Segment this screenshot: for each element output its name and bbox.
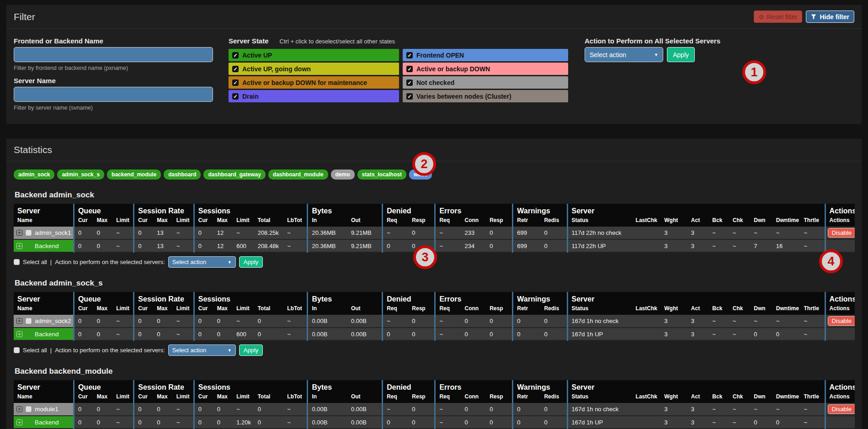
proxy-badge-dashboard[interactable]: dashboard [164,169,201,180]
cell-req: ~ [435,315,461,328]
column-dwntime: Dwntime [772,392,800,403]
row-apply-button[interactable]: Apply [239,344,263,356]
plus-square-icon[interactable] [16,318,22,324]
cell-limit: ~ [112,315,134,328]
checkbox-unchecked-icon[interactable] [26,230,32,236]
select-all-checkbox[interactable] [14,259,20,265]
global-action-select[interactable]: Select action ▼ [585,47,663,62]
annotation-circle-1: 1 [742,60,766,84]
row-apply-button[interactable]: Apply [239,256,263,268]
cell-out: 9.21MB [347,239,383,252]
disable-button[interactable]: Disable [828,316,855,326]
disable-button[interactable]: Disable [828,228,855,238]
server-name-inner: Backend [16,331,70,338]
row-action-select[interactable]: Select action▼ [168,344,236,356]
cell-req: ~ [435,239,461,252]
cell-act: 3 [687,416,709,429]
pxname-input[interactable] [14,47,213,62]
cell-in: 0.00B [308,328,347,340]
cell-wght: 3 [660,315,687,328]
cell-max: 13 [153,239,172,252]
cell-bck: ~ [708,239,729,252]
reset-filter-button[interactable]: ⊘ Reset filter [754,11,803,23]
cell-total: 0 [254,416,284,429]
actions-cell [825,328,855,340]
hide-filter-button[interactable]: Hide filter [806,11,854,23]
server-state-frontend-open[interactable]: ✓Frontend OPEN [403,49,568,61]
select-all-label: Select all [23,347,47,354]
server-state-not-checked[interactable]: ✓Not checked [403,76,568,89]
column-cur: Cur [74,392,93,403]
server-state-active-or-backup-down[interactable]: ✓Active or backup DOWN [403,63,568,75]
proxy-badge-row: admin_sockadmin_sock_sbackend_moduledash… [14,169,854,180]
plus-square-icon[interactable] [16,230,22,236]
column-cur: Cur [134,216,153,227]
table-row-admin-sock1: admin_sock100~013~012~208.25k~20.36MB9.2… [14,227,855,239]
server-state-active-up-going-down[interactable]: ✓Active UP, going down [229,63,399,75]
column-group-queue: Queue [74,204,133,216]
column-act: Act [687,392,709,403]
proxy-badge-stats-localhost[interactable]: stats_localhost [357,169,406,180]
stats-table: ServerQueueSession RateSessionsBytesDeni… [14,292,855,341]
server-state-label-text: Not checked [416,79,454,86]
cell-lastchk [632,416,661,429]
global-apply-button[interactable]: Apply [667,47,695,62]
cell-thrtle: ~ [800,239,825,252]
column-bck: Bck [708,304,729,315]
column-out: Out [347,304,383,315]
server-state-active-up[interactable]: ✓Active UP [229,49,399,61]
server-state-active-or-backup-down-for-maintenance[interactable]: ✓Active or backup DOWN for maintenance [229,76,399,89]
column-thrtle: Thrtle [800,304,825,315]
cell-out: 0.00B [347,315,383,328]
global-action-column: Action to Perform on All Selected Server… [585,37,720,117]
plus-square-icon[interactable] [16,243,22,249]
cell-conn: 0 [461,328,486,340]
column-thrtle: Thrtle [800,216,825,227]
cell-lbtot: ~ [283,403,308,416]
server-state-drain[interactable]: ✓Drain [229,90,399,102]
plus-square-icon[interactable] [16,419,22,425]
column-limit: Limit [112,216,134,227]
column-group-session-rate: Session Rate [134,380,194,392]
plus-square-icon[interactable] [16,331,22,337]
column-max: Max [153,216,172,227]
cell-redis: 0 [540,227,567,239]
select-all-checkbox[interactable] [14,347,20,353]
server-name-cell: Backend [14,328,74,340]
column-req: Req [435,216,461,227]
cell-out: 0.00B [347,416,383,429]
proxy-badge-dashboard-module[interactable]: dashboard_module [268,169,328,180]
row-action-select[interactable]: Select action▼ [168,256,236,268]
column-actions: Actions [825,392,855,403]
server-name-inner: Backend [16,419,70,426]
column-actions: Actions [825,304,855,315]
proxy-badge-dashboard-gateway[interactable]: dashboard_gateway [203,169,265,180]
server-state-varies-between-nodes-cluster[interactable]: ✓Varies between nodes (Cluster) [403,90,568,102]
column-group-server: Server [567,380,825,392]
proxy-badge-demo[interactable]: demo [331,169,355,180]
column-max: Max [93,392,112,403]
checkbox-checked-icon: ✓ [232,66,239,72]
cell-max: 13 [153,227,172,239]
column-group-bytes: Bytes [308,292,383,304]
column-cur: Cur [194,392,213,403]
server-name-cell: Backend [14,416,74,429]
checkbox-unchecked-icon[interactable] [26,406,32,412]
checkbox-unchecked-icon[interactable] [26,318,32,324]
cell-status: 117d 22h UP [567,239,632,252]
proxy-badge-admin-sock[interactable]: admin_sock [14,169,54,180]
plus-square-icon[interactable] [16,406,22,412]
cell-total: 0 [254,403,284,416]
disable-button[interactable]: Disable [828,404,855,414]
proxy-badge-admin-sock-s[interactable]: admin_sock_s [57,169,104,180]
cell-max: 0 [213,403,233,416]
checkbox-checked-icon: ✓ [406,52,413,58]
column-redis: Redis [540,304,567,315]
cell-dwn: ~ [750,227,772,239]
cell-cur: 0 [74,227,93,239]
svname-input[interactable] [14,87,213,102]
statistics-panel: Statistics admin_sockadmin_sock_sbackend… [6,138,862,429]
proxy-badge-backend-module[interactable]: backend_module [107,169,161,180]
column-limit: Limit [173,392,194,403]
column-req: Req [435,304,461,315]
